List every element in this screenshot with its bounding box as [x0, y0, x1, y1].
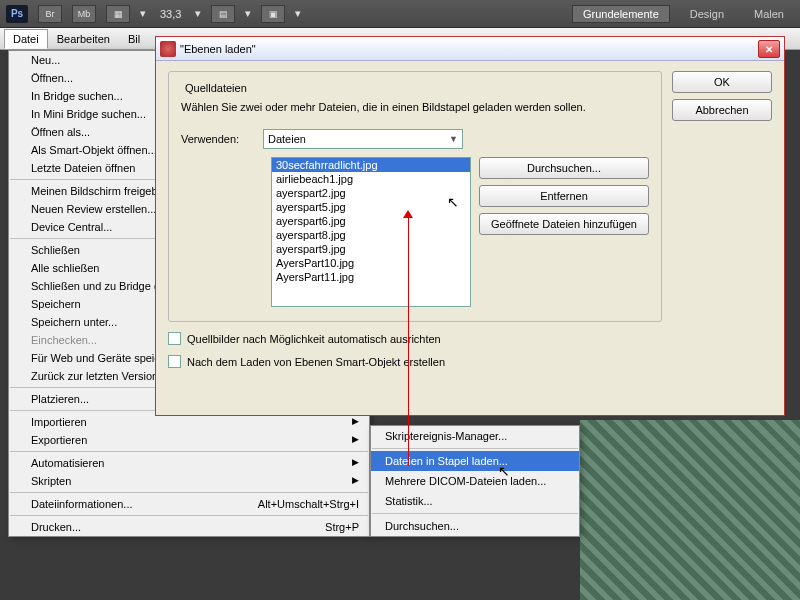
br-button[interactable]: Br [38, 5, 62, 23]
screen-mode-icon[interactable]: ▣ [261, 5, 285, 23]
ok-button[interactable]: OK [672, 71, 772, 93]
submenu-durchsuchen[interactable]: Durchsuchen... [371, 516, 579, 536]
menu-exportieren[interactable]: Exportieren▶ [9, 431, 369, 449]
group-legend: Quelldateien [181, 82, 251, 94]
chevron-down-icon[interactable]: ▾ [140, 7, 146, 20]
dialog-title: "Ebenen laden" [180, 43, 758, 55]
separator [10, 451, 368, 452]
chevron-right-icon: ▶ [352, 457, 359, 469]
select-value: Dateien [268, 133, 306, 145]
menu-datei[interactable]: Datei [4, 29, 48, 49]
chevron-right-icon: ▶ [352, 416, 359, 428]
checkbox-icon [168, 355, 181, 368]
file-list-item[interactable]: airliebeach1.jpg [272, 172, 470, 186]
annotation-arrow [408, 214, 409, 466]
verwenden-label: Verwenden: [181, 133, 253, 145]
zoom-value[interactable]: 33,3 [156, 8, 185, 20]
submenu-dicom[interactable]: Mehrere DICOM-Dateien laden... [371, 471, 579, 491]
hotkey: Strg+P [325, 521, 359, 533]
entfernen-button[interactable]: Entfernen [479, 185, 649, 207]
skripten-submenu: Skriptereignis-Manager... Dateien in Sta… [370, 425, 580, 537]
hotkey: Alt+Umschalt+Strg+I [258, 498, 359, 510]
workspace-design[interactable]: Design [680, 6, 734, 22]
menu-drucken[interactable]: Drucken...Strg+P [9, 518, 369, 536]
separator [10, 515, 368, 516]
checkbox-label: Quellbilder nach Möglichkeit automatisch… [187, 333, 441, 345]
workspace-malen[interactable]: Malen [744, 6, 794, 22]
ausrichten-checkbox[interactable]: Quellbilder nach Möglichkeit automatisch… [168, 332, 662, 345]
separator [10, 492, 368, 493]
chevron-down-icon[interactable]: ▾ [245, 7, 251, 20]
quelldateien-group: Quelldateien Wählen Sie zwei oder mehr D… [168, 71, 662, 322]
menu-dateiinfo[interactable]: Dateiinformationen...Alt+Umschalt+Strg+I [9, 495, 369, 513]
close-button[interactable]: ✕ [758, 40, 780, 58]
chevron-right-icon: ▶ [352, 434, 359, 446]
cancel-button[interactable]: Abbrechen [672, 99, 772, 121]
file-list-item[interactable]: AyersPart11.jpg [272, 270, 470, 284]
chevron-down-icon: ▼ [449, 134, 458, 144]
separator [372, 448, 578, 449]
file-list-item[interactable]: ayerspart5.jpg [272, 200, 470, 214]
workspace-grundelemente[interactable]: Grundelemente [572, 5, 670, 23]
app-toolbar: Ps Br Mb ▦ ▾ 33,3 ▾ ▤ ▾ ▣ ▾ Grundelement… [0, 0, 800, 28]
durchsuchen-button[interactable]: Durchsuchen... [479, 157, 649, 179]
file-list-item[interactable]: 30secfahrradlicht.jpg [272, 158, 470, 172]
submenu-stapel[interactable]: Dateien in Stapel laden... [371, 451, 579, 471]
submenu-skriptmanager[interactable]: Skriptereignis-Manager... [371, 426, 579, 446]
filmstrip-icon[interactable]: ▦ [106, 5, 130, 23]
file-list-item[interactable]: ayerspart8.jpg [272, 228, 470, 242]
file-list-item[interactable]: ayerspart9.jpg [272, 242, 470, 256]
ebenen-laden-dialog: "Ebenen laden" ✕ Quelldateien Wählen Sie… [155, 36, 785, 416]
chevron-down-icon[interactable]: ▾ [295, 7, 301, 20]
smartobjekt-checkbox[interactable]: Nach dem Laden von Ebenen Smart-Objekt e… [168, 355, 662, 368]
mb-button[interactable]: Mb [72, 5, 96, 23]
checkbox-label: Nach dem Laden von Ebenen Smart-Objekt e… [187, 356, 445, 368]
chevron-right-icon: ▶ [352, 475, 359, 487]
dialog-icon [160, 41, 176, 57]
menu-bearbeiten[interactable]: Bearbeiten [48, 29, 119, 49]
file-list-item[interactable]: AyersPart10.jpg [272, 256, 470, 270]
file-list-item[interactable]: ayerspart2.jpg [272, 186, 470, 200]
instructions: Wählen Sie zwei oder mehr Dateien, die i… [181, 100, 649, 115]
canvas-mosaic [580, 420, 800, 600]
separator [372, 513, 578, 514]
annotation-arrow-head [403, 210, 413, 218]
submenu-statistik[interactable]: Statistik... [371, 491, 579, 511]
file-listbox[interactable]: 30secfahrradlicht.jpgairliebeach1.jpgaye… [271, 157, 471, 307]
geoeffnete-button[interactable]: Geöffnete Dateien hinzufügen [479, 213, 649, 235]
chevron-down-icon[interactable]: ▾ [195, 7, 201, 20]
menu-skripten[interactable]: Skripten▶ [9, 472, 369, 490]
view-icon[interactable]: ▤ [211, 5, 235, 23]
menu-bild[interactable]: Bil [119, 29, 149, 49]
menu-automatisieren[interactable]: Automatisieren▶ [9, 454, 369, 472]
file-list-item[interactable]: ayerspart6.jpg [272, 214, 470, 228]
verwenden-select[interactable]: Dateien ▼ [263, 129, 463, 149]
dialog-titlebar[interactable]: "Ebenen laden" ✕ [156, 37, 784, 61]
checkbox-icon [168, 332, 181, 345]
ps-logo: Ps [6, 5, 28, 23]
